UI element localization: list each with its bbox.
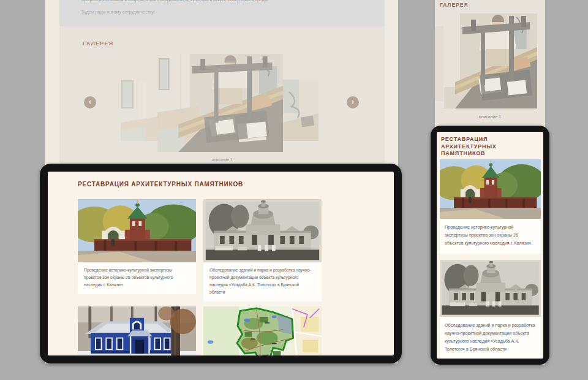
estate-bw-photo [440, 260, 541, 317]
scanner-photo [444, 13, 537, 108]
restoration-card-zones-map[interactable] [203, 306, 322, 355]
estate-bw-photo [203, 199, 322, 262]
restoration-cards-list: Проведение историко-культурной экспертиз… [440, 159, 541, 359]
carousel-slide-current[interactable] [157, 54, 283, 152]
phone-device-frame: РЕСТАВРАЦИЯ АРХИТЕКТУРНЫХ ПАМЯТНИКОВ [431, 126, 549, 365]
gallery-heading: ГАЛЕРЕЯ [440, 2, 469, 8]
carousel-slide-prev-partial[interactable] [121, 80, 157, 141]
intro-line-clipped: профессионализмом и современным оборудов… [81, 0, 269, 2]
carousel-slide-current[interactable] [444, 13, 537, 108]
restoration-cards-grid: Проведение историко-культурной экспертиз… [78, 199, 322, 355]
carousel-slide-next-partial[interactable] [283, 80, 318, 141]
carousel-prev-button[interactable]: ‹ [84, 96, 96, 108]
carousel-side-sliver [435, 26, 443, 101]
card-caption: Проведение историко-культурной экспертиз… [440, 219, 541, 254]
gallery-heading: ГАЛЕРЕЯ [83, 40, 113, 47]
room-interior-photo [121, 80, 157, 141]
church-autumn-photo [440, 159, 541, 219]
church-autumn-photo [78, 199, 196, 262]
card-caption: Проведение историко-культурной экспертиз… [78, 262, 196, 294]
restoration-card-blue-house[interactable] [78, 306, 196, 355]
restoration-section-heading: РЕСТАВРАЦИЯ АРХИТЕКТУРНЫХ ПАМЯТНИКОВ [441, 136, 536, 158]
card-caption: Обследование зданий и парка и разработка… [203, 262, 322, 302]
restoration-card-kalyazin[interactable]: Проведение историко-культурной экспертиз… [440, 159, 541, 254]
restoration-card-tolstoy-estate[interactable]: Обследование зданий и парка и разработка… [203, 199, 322, 302]
restoration-section-heading: РЕСТАВРАЦИЯ АРХИТЕКТУРНЫХ ПАМЯТНИКОВ [78, 180, 243, 188]
tablet-device-frame: РЕСТАВРАЦИЯ АРХИТЕКТУРНЫХ ПАМЯТНИКОВ [40, 164, 402, 363]
desk-cables-photo [283, 80, 318, 141]
carousel-next-button[interactable]: › [347, 96, 359, 108]
scanner-photo [157, 54, 283, 152]
card-caption: Обследование зданий и парка и разработка… [440, 317, 541, 359]
intro-text-section: профессионализмом и современным оборудов… [59, 0, 385, 26]
blue-house-winter-photo [78, 306, 196, 355]
tablet-screen: РЕСТАВРАЦИЯ АРХИТЕКТУРНЫХ ПАМЯТНИКОВ [48, 172, 394, 355]
intro-line: Будем рады новому сотрудничеству! [81, 10, 155, 14]
protection-zones-map [203, 306, 322, 355]
phone-screen: РЕСТАВРАЦИЯ АРХИТЕКТУРНЫХ ПАМЯТНИКОВ [437, 132, 543, 359]
restoration-card-tolstoy-estate[interactable]: Обследование зданий и парка и разработка… [440, 260, 541, 359]
carousel-caption: описание 1 [59, 158, 385, 162]
carousel-caption: описание 1 [435, 115, 545, 119]
restoration-card-kalyazin[interactable]: Проведение историко-культурной экспертиз… [78, 199, 196, 294]
